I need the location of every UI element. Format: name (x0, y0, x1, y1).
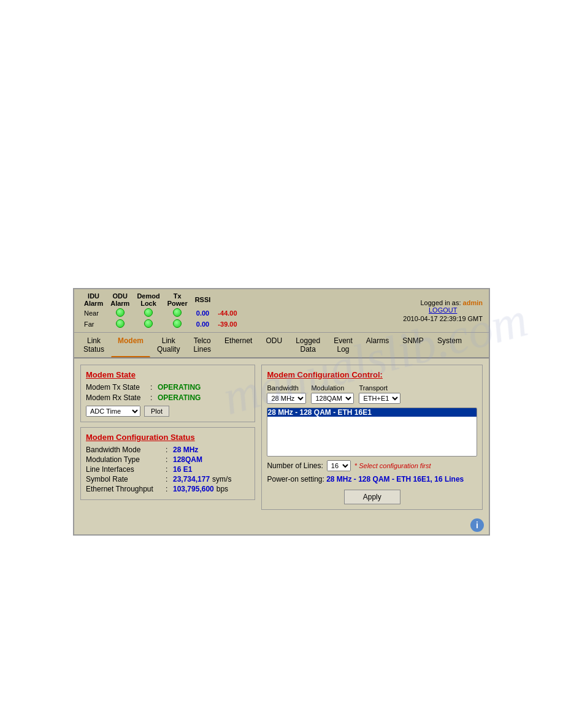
bandwidth-select[interactable]: 28 MHz 14 MHz 7 MHz (267, 393, 306, 404)
col-header-demod: DemodLock (133, 292, 163, 308)
near-idu-led (107, 308, 133, 319)
tab-event-log[interactable]: EventLog (327, 333, 359, 357)
line-iface-val: 16 E1 (173, 465, 192, 474)
col-header-rssi: RSSI (191, 292, 215, 308)
modem-tx-row: Modem Tx State : OPERATING (86, 383, 250, 392)
info-icon[interactable]: i (470, 518, 484, 532)
modem-rx-row: Modem Rx State : OPERATING (86, 393, 250, 402)
tab-telco-lines[interactable]: TelcoLines (186, 333, 218, 357)
num-lines-select[interactable]: 16 8 4 2 1 (327, 460, 351, 471)
apply-row: Apply (267, 490, 477, 504)
symbol-rate-row: Symbol Rate : 23,734,177 sym/s (86, 475, 250, 483)
tab-link-quality[interactable]: LinkQuality (150, 333, 186, 357)
modem-rx-value: OPERATING (158, 393, 201, 402)
eth-throughput-val: 103,795,600 (173, 485, 214, 493)
far-idu-led (107, 319, 133, 330)
main-container: IDUAlarm ODUAlarm DemodLock TxPower RSSI… (73, 288, 490, 536)
modem-state-box: Modem State Modem Tx State : OPERATING M… (80, 365, 255, 422)
adc-row: ADC Time ADC Voltage Plot (86, 406, 250, 417)
tab-ethernet[interactable]: Ethernet (218, 333, 259, 357)
symbol-rate-unit: sym/s (212, 475, 231, 483)
mod-type-label: Modulation Type (86, 455, 166, 464)
near-odu-led (133, 308, 163, 319)
transport-select[interactable]: ETH+E1 ETH E1 (359, 393, 400, 404)
nav-tabs: LinkStatus Modem LinkQuality TelcoLines … (74, 333, 489, 358)
near-rssi-val: -44.00 (214, 308, 240, 319)
info-icon-row: i (74, 516, 489, 534)
modulation-label: Modulation (311, 384, 354, 392)
symbol-rate-label: Symbol Rate (86, 475, 166, 483)
power-on-value: 28 MHz - 128 QAM - ETH 16E1, 16 Lines (326, 475, 464, 483)
far-label: Far (80, 319, 107, 330)
line-iface-label: Line Interfaces (86, 465, 166, 474)
tab-odu[interactable]: ODU (259, 333, 289, 357)
col-header-odu: ODUAlarm (107, 292, 133, 308)
num-lines-row: Number of Lines: 16 8 4 2 1 * Select con… (267, 460, 477, 471)
modulation-select[interactable]: 128QAM 64QAM 32QAM 16QAM 8PSK QPSK (311, 393, 354, 404)
modem-config-control-box: Modem Configuration Control: Bandwidth 2… (261, 365, 483, 510)
header-bar: IDUAlarm ODUAlarm DemodLock TxPower RSSI… (74, 289, 489, 333)
bandwidth-col: Bandwidth 28 MHz 14 MHz 7 MHz (267, 384, 306, 404)
plot-button[interactable]: Plot (144, 406, 169, 417)
header-right: Logged in as: admin LOGOUT 2010-04-17 22… (403, 299, 483, 322)
modem-tx-label: Modem Tx State (86, 383, 150, 392)
num-lines-label: Number of Lines: (267, 461, 323, 470)
apply-button[interactable]: Apply (344, 490, 400, 504)
logged-in-label: Logged in as: admin (403, 299, 483, 306)
status-table: IDUAlarm ODUAlarm DemodLock TxPower RSSI… (80, 292, 241, 330)
far-tx-val: 0.00 (191, 319, 215, 330)
far-demod-led (164, 319, 191, 330)
config-dropdowns-row: Bandwidth 28 MHz 14 MHz 7 MHz Modulation… (267, 384, 477, 404)
transport-col: Transport ETH+E1 ETH E1 (359, 384, 400, 404)
tab-link-status[interactable]: LinkStatus (77, 333, 111, 357)
near-demod-led (164, 308, 191, 319)
tab-logged-data[interactable]: LoggedData (289, 333, 327, 357)
tab-alarms[interactable]: Alarms (359, 333, 396, 357)
col-header-tx: TxPower (164, 292, 191, 308)
config-listbox[interactable]: 28 MHz - 128 QAM - ETH 16E1 (267, 408, 477, 457)
modem-rx-label: Modem Rx State (86, 393, 150, 402)
far-rssi-val: -39.00 (214, 319, 240, 330)
tab-modem[interactable]: Modem (111, 333, 150, 357)
datetime: 2010-04-17 22:39:19 GMT (403, 315, 483, 322)
tab-snmp[interactable]: SNMP (396, 333, 431, 357)
adc-select[interactable]: ADC Time ADC Voltage (86, 406, 140, 417)
transport-label: Transport (359, 384, 400, 392)
mod-type-val: 128QAM (173, 455, 202, 464)
bw-mode-label: Bandwidth Mode (86, 446, 166, 454)
near-tx-val: 0.00 (191, 308, 215, 319)
far-odu-led (133, 319, 163, 330)
listbox-item: 28 MHz - 128 QAM - ETH 16E1 (267, 408, 477, 417)
modem-state-title: Modem State (86, 370, 250, 379)
left-panel: Modem State Modem Tx State : OPERATING M… (80, 365, 255, 510)
modulation-col: Modulation 128QAM 64QAM 32QAM 16QAM 8PSK… (311, 384, 354, 404)
bw-mode-val: 28 MHz (173, 446, 198, 454)
near-label: Near (80, 308, 107, 319)
power-on-label: Power-on setting: (267, 475, 324, 483)
mod-type-row: Modulation Type : 128QAM (86, 455, 250, 464)
tab-system[interactable]: System (431, 333, 469, 357)
bandwidth-label: Bandwidth (267, 384, 306, 392)
eth-throughput-label: Ethernet Throughput (86, 485, 166, 493)
line-iface-row: Line Interfaces : 16 E1 (86, 465, 250, 474)
eth-throughput-unit: bps (216, 485, 228, 493)
power-on-row: Power-on setting: 28 MHz - 128 QAM - ETH… (267, 475, 477, 483)
col-header-idu: IDUAlarm (80, 292, 107, 308)
modem-config-status-box: Modem Configuration Status Bandwidth Mod… (80, 427, 255, 500)
logout-link[interactable]: LOGOUT (403, 306, 483, 314)
symbol-rate-val: 23,734,177 (173, 475, 210, 483)
bw-mode-row: Bandwidth Mode : 28 MHz (86, 446, 250, 454)
select-hint: * Select configuration first (354, 462, 431, 469)
modem-config-status-title: Modem Configuration Status (86, 433, 250, 442)
modem-config-control-title: Modem Configuration Control: (267, 370, 477, 379)
eth-throughput-row: Ethernet Throughput : 103,795,600 bps (86, 485, 250, 493)
main-content: Modem State Modem Tx State : OPERATING M… (74, 358, 489, 516)
logged-in-user: admin (463, 299, 483, 306)
modem-tx-value: OPERATING (158, 383, 201, 392)
